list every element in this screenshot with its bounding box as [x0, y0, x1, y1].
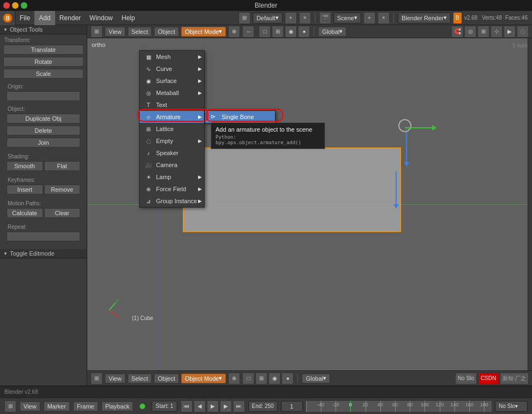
overlay-icon[interactable]: ◌ — [517, 26, 529, 38]
menu-add[interactable]: Add — [34, 11, 55, 25]
frame-tl[interactable]: Frame — [73, 401, 98, 411]
shading-wire-icon[interactable]: ⊞ — [272, 26, 284, 38]
jump-to-start-btn[interactable]: ⏮ — [181, 400, 193, 412]
pivot-button[interactable]: ⊕ — [228, 372, 240, 385]
sculpt-icon[interactable]: ⊹ — [491, 26, 503, 38]
marker-tl[interactable]: Marker — [44, 401, 70, 411]
menu-item-forcefield[interactable]: ⊕ Force Field ▶ — [140, 183, 204, 195]
menu-item-armature[interactable]: ⊹ Armature ▶ — [140, 111, 204, 123]
menu-item-camera[interactable]: 🎥 Camera — [140, 159, 204, 171]
smooth-button[interactable]: Smooth — [7, 161, 43, 171]
play-btn[interactable]: ▶ — [207, 400, 219, 412]
origin-label: Origin: — [3, 83, 83, 90]
menu-render[interactable]: Render — [55, 11, 85, 25]
close-button[interactable] — [3, 2, 10, 9]
manip-icon[interactable]: ↔ — [242, 26, 254, 38]
menu-item-metaball[interactable]: ◎ Metaball ▶ — [140, 87, 204, 99]
object-button-2[interactable]: Object — [154, 374, 179, 383]
viewport-type-icon[interactable]: ⊞ — [91, 372, 103, 385]
start-frame[interactable]: Start: 1 — [152, 401, 177, 412]
render-icon[interactable]: ▶ — [504, 26, 516, 38]
menu-item-lattice[interactable]: ⊞ Lattice — [140, 123, 204, 135]
menu-item-mesh[interactable]: ▦ Mesh ▶ — [140, 51, 204, 63]
insert-button[interactable]: Insert — [7, 185, 43, 194]
blender-version-icon: B — [453, 12, 462, 24]
view-tl[interactable]: View — [20, 401, 40, 411]
playback-tl[interactable]: Playback — [101, 401, 134, 411]
bottom-shading-2[interactable]: ⊞ — [255, 372, 267, 385]
scale-button[interactable]: Scale — [3, 69, 83, 79]
menu-item-speaker[interactable]: ♪ Speaker — [140, 147, 204, 159]
shading-material-icon[interactable]: ◉ — [285, 26, 297, 38]
bottom-shading-4[interactable]: ● — [282, 372, 294, 385]
armature-submenu[interactable]: ⊳ Single Bone — [205, 110, 276, 123]
timeline-type-icon[interactable]: ⊞ — [4, 400, 16, 412]
timeline-ruler[interactable]: -40 -20 0 20 40 60 80 100 120 140 160 18… — [306, 401, 492, 412]
global-button-2[interactable]: Global ▾ — [302, 374, 330, 383]
rotate-button[interactable]: Rotate — [3, 57, 83, 67]
menu-item-surface[interactable]: ◉ Surface ▶ — [140, 75, 204, 87]
select-button[interactable]: Select — [128, 27, 152, 37]
window-controls[interactable] — [3, 2, 27, 9]
view-button-2[interactable]: View — [105, 374, 125, 383]
add-layout-icon[interactable]: + — [285, 12, 297, 24]
shading-render-icon[interactable]: ● — [298, 26, 310, 38]
origin-button[interactable] — [7, 91, 80, 101]
play-indicator — [140, 404, 145, 409]
end-frame[interactable]: End: 250 — [248, 401, 278, 412]
remove-scene-icon[interactable]: × — [378, 12, 390, 24]
minimize-button[interactable] — [12, 2, 19, 9]
global-dropdown[interactable]: Global ▾ — [318, 27, 346, 37]
snap-icon[interactable]: 🧲 — [451, 26, 463, 38]
calculate-button[interactable]: Calculate — [7, 208, 43, 218]
duplicate-obj-button[interactable]: Duplicate Obj — [7, 114, 80, 123]
menu-file[interactable]: File — [15, 11, 34, 25]
bottom-shading-1[interactable]: □ — [242, 372, 254, 385]
next-frame-btn[interactable]: ▶ — [220, 400, 232, 412]
shading-solid-icon[interactable]: □ — [259, 26, 271, 38]
collapse-triangle[interactable]: ▼ — [3, 27, 8, 32]
add-menu[interactable]: ▦ Mesh ▶ ∿ Curve ▶ ◉ Surface ▶ ◎ Metabal… — [139, 50, 205, 208]
version-label: v2.68 — [464, 15, 477, 21]
menu-item-text[interactable]: T Text — [140, 99, 204, 111]
toggle-editmode-header[interactable]: ▼ Toggle Editmode — [0, 249, 87, 258]
single-bone-item[interactable]: ⊳ Single Bone — [205, 111, 275, 123]
bottom-shading-3[interactable]: ◉ — [268, 372, 280, 385]
cube-object[interactable] — [183, 147, 401, 232]
noslo-label[interactable]: No Slo — [455, 372, 477, 385]
menu-help[interactable]: Help — [117, 11, 140, 25]
flat-button[interactable]: Flat — [44, 161, 81, 171]
viewport[interactable]: ⊞ View Select Object Object Mode ▾ ⊕ ↔ □… — [87, 25, 532, 386]
repeat-button[interactable] — [7, 232, 80, 241]
remove-layout-icon[interactable]: × — [299, 12, 311, 24]
join-button[interactable]: Join — [7, 138, 80, 147]
mirror-icon[interactable]: ⊞ — [477, 26, 489, 38]
mode-button[interactable]: Object Mode ▾ — [181, 374, 226, 383]
menu-item-lamp[interactable]: ☀ Lamp ▶ — [140, 171, 204, 183]
delete-button[interactable]: Delete — [7, 126, 80, 135]
proportional-icon[interactable]: ◎ — [464, 26, 476, 38]
menu-item-curve[interactable]: ∿ Curve ▶ — [140, 63, 204, 75]
remove-button[interactable]: Remove — [44, 185, 81, 194]
viewport-mode-icon[interactable]: ⊞ — [91, 26, 103, 38]
menu-item-empty[interactable]: ◌ Empty ▶ — [140, 135, 204, 147]
translate-button[interactable]: Translate — [3, 45, 83, 55]
scene-selector-icon[interactable]: ⊞ — [238, 12, 250, 24]
object-menu-button[interactable]: Object — [154, 27, 179, 37]
jump-to-end-btn[interactable]: ⏭ — [233, 400, 245, 412]
view-button[interactable]: View — [105, 27, 125, 37]
menu-window[interactable]: Window — [85, 11, 117, 25]
add-scene-icon[interactable]: + — [363, 12, 375, 24]
pivot-icon[interactable]: ⊕ — [228, 26, 240, 38]
current-frame[interactable]: 1 — [281, 401, 303, 412]
clear-button[interactable]: Clear — [44, 208, 81, 218]
object-mode-button[interactable]: Object Mode ▾ — [181, 27, 226, 37]
prev-frame-btn[interactable]: ◀ — [194, 400, 206, 412]
menu-item-groupinstance[interactable]: ⊿ Group Instance ▶ — [140, 195, 204, 207]
select-button-2[interactable]: Select — [128, 374, 152, 383]
no-slo-dropdown[interactable]: No Slo ▾ — [495, 401, 528, 412]
render-engine-dropdown[interactable]: Blender Render ▾ — [398, 13, 451, 23]
maximize-button[interactable] — [21, 2, 27, 9]
scene-dropdown[interactable]: Scene ▾ — [333, 13, 361, 23]
layout-dropdown[interactable]: Default ▾ — [253, 13, 283, 23]
